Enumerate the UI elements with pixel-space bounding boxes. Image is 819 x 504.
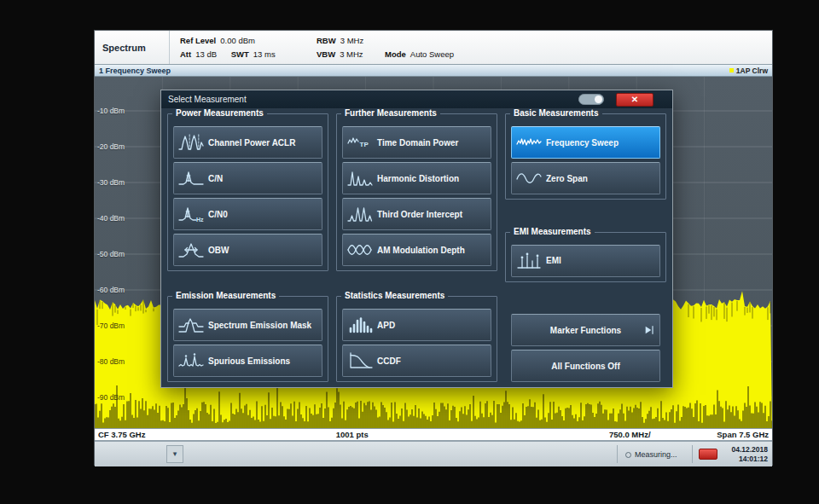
scale-per-division[interactable]: 750.0 MHz/ (609, 429, 651, 440)
ref-level-value: 0.00 dBm (220, 36, 255, 45)
group-further-measurements: Further MeasurementsTPTime Domain PowerH… (336, 113, 497, 271)
am-modulation-depth-button[interactable]: AM Modulation Depth (342, 234, 491, 266)
button-label: Zero Span (546, 174, 588, 183)
spurious-emissions-button[interactable]: Spurious Emissions (173, 345, 322, 377)
button-label: All Functions Off (551, 362, 620, 371)
y-axis-label: -30 dBm (97, 178, 125, 187)
button-label: APD (377, 321, 395, 330)
frequency-sweep-button[interactable]: Frequency Sweep (511, 126, 660, 159)
marker-functions-button[interactable]: Marker Functions (511, 314, 660, 346)
group-title: Emission Measurements (172, 291, 279, 300)
channel-tab-spectrum[interactable]: Spectrum (95, 31, 170, 64)
y-axis-label: -40 dBm (97, 214, 125, 223)
mode-label: Mode (385, 49, 406, 59)
vbw-label: VBW (317, 49, 335, 59)
button-label: Channel Power ACLR (208, 138, 295, 148)
emi-button[interactable]: EMI (511, 245, 660, 277)
c-n-button[interactable]: C/N (173, 162, 322, 194)
obw-icon (178, 240, 204, 259)
rbw-field[interactable]: RBW3 MHz (317, 34, 363, 48)
button-right-icon (640, 324, 657, 337)
span-value[interactable]: Span 7.5 GHz (717, 429, 769, 440)
trace-legend-label: 1AP Clrw (736, 67, 768, 75)
group-title: EMI Measurements (510, 227, 595, 236)
group-title: Statistics Measurements (341, 291, 448, 300)
sweep-points[interactable]: 1001 pts (336, 429, 369, 440)
ref-level-label: Ref Level (180, 36, 216, 45)
vbw-field[interactable]: VBW3 MHz (317, 48, 385, 61)
apd-button[interactable]: APD (342, 309, 491, 341)
third-order-intercept-icon (347, 205, 373, 223)
svg-text:Hz: Hz (196, 217, 204, 223)
mode-field[interactable]: ModeAuto Sweep (385, 48, 454, 61)
emi-icon (516, 252, 542, 270)
obw-button[interactable]: OBW (173, 234, 322, 266)
status-separator (617, 445, 618, 463)
zero-span-button[interactable]: Zero Span (511, 162, 660, 194)
group-title: Power Measurements (172, 108, 267, 118)
third-order-intercept-button[interactable]: Third Order Intercept (342, 198, 491, 230)
group-basic-measurements: Basic MeasurementsFrequency SweepZero Sp… (505, 113, 666, 200)
harmonic-distortion-button[interactable]: Harmonic Distortion (342, 162, 491, 194)
cn-icon (178, 169, 204, 188)
vbw-value: 3 MHz (340, 49, 363, 59)
group-title: Basic Measurements (510, 108, 602, 118)
alert-icon[interactable] (699, 449, 717, 460)
c-n0-button[interactable]: HzC/N0 (173, 198, 322, 230)
status-bar: ▾ Measuring... 04.12.2018 14:01:12 (95, 440, 772, 466)
cn0-icon: Hz (178, 205, 204, 223)
dialog-column: Further MeasurementsTPTime Domain PowerH… (336, 113, 497, 382)
spurious-emissions-icon (178, 351, 204, 370)
frequency-sweep-icon (516, 133, 542, 152)
att-swt-field[interactable]: Att13 dB SWT13 ms (180, 48, 317, 61)
am-modulation-depth-icon (347, 240, 373, 259)
spectrum-footer: CF 3.75 GHz 1001 pts 750.0 MHz/ Span 7.5… (95, 428, 772, 440)
activity-icon (625, 452, 631, 458)
dialog-body: Power MeasurementsChannel Power ACLRC/NH… (161, 108, 672, 387)
group-title: Further Measurements (341, 108, 440, 118)
measuring-status: Measuring... (625, 450, 677, 459)
channel-power-aclr-button[interactable]: Channel Power ACLR (173, 126, 322, 159)
group-emi-measurements: EMI MeasurementsEMI (505, 232, 666, 282)
spectrum-emission-mask-button[interactable]: Spectrum Emission Mask (173, 309, 322, 341)
swt-value: 13 ms (253, 49, 276, 59)
button-label: Spectrum Emission Mask (208, 321, 311, 330)
button-label: C/N (208, 174, 223, 183)
att-label: Att (180, 49, 191, 59)
date-value: 04.12.2018 (731, 445, 768, 455)
ref-level-field[interactable]: Ref Level0.00 dBm (180, 34, 317, 48)
button-label: Marker Functions (550, 326, 621, 335)
center-frequency[interactable]: CF 3.75 GHz (98, 429, 145, 440)
status-separator (692, 445, 693, 463)
datetime-display: 04.12.2018 14:01:12 (731, 445, 768, 464)
rbw-label: RBW (317, 36, 336, 45)
dialog-title: Select Measurement (168, 95, 247, 104)
channel-settings-header: Spectrum Ref Level0.00 dBm RBW3 MHz Att1… (95, 31, 772, 65)
select-measurement-dialog: Select Measurement ✕ Power MeasurementsC… (160, 90, 673, 388)
group-power-measurements: Power MeasurementsChannel Power ACLRC/NH… (167, 113, 328, 271)
group-statistics-measurements: Statistics MeasurementsAPDCCDF (336, 296, 497, 382)
apd-icon (347, 316, 373, 334)
mode-value: Auto Sweep (410, 49, 454, 59)
y-axis-label: -20 dBm (97, 142, 125, 151)
close-button[interactable]: ✕ (616, 93, 653, 107)
channel-power-aclr-icon (178, 133, 204, 152)
dialog-column: Power MeasurementsChannel Power ACLRC/NH… (167, 113, 328, 382)
ccdf-button[interactable]: CCDF (342, 345, 491, 377)
status-dropdown[interactable]: ▾ (166, 445, 183, 463)
att-value: 13 dB (195, 49, 217, 59)
chevron-down-icon: ▾ (173, 449, 177, 458)
measuring-text: Measuring... (635, 450, 677, 459)
trace-legend[interactable]: 1AP Clrw (729, 67, 768, 75)
y-axis-label: -50 dBm (97, 250, 125, 258)
dialog-toggle[interactable] (578, 94, 604, 105)
time-value: 14:01:12 (731, 455, 768, 464)
ccdf-icon (347, 351, 373, 370)
dialog-titlebar: Select Measurement ✕ (161, 90, 672, 108)
result-window-titlebar: 1 Frequency Sweep 1AP Clrw (95, 65, 772, 77)
screen: Spectrum Ref Level0.00 dBm RBW3 MHz Att1… (0, 0, 819, 504)
all-functions-off-button[interactable]: All Functions Off (511, 350, 660, 382)
time-domain-power-button[interactable]: TPTime Domain Power (342, 126, 491, 159)
channel-tab-label: Spectrum (102, 43, 146, 53)
button-label: AM Modulation Depth (377, 246, 465, 255)
